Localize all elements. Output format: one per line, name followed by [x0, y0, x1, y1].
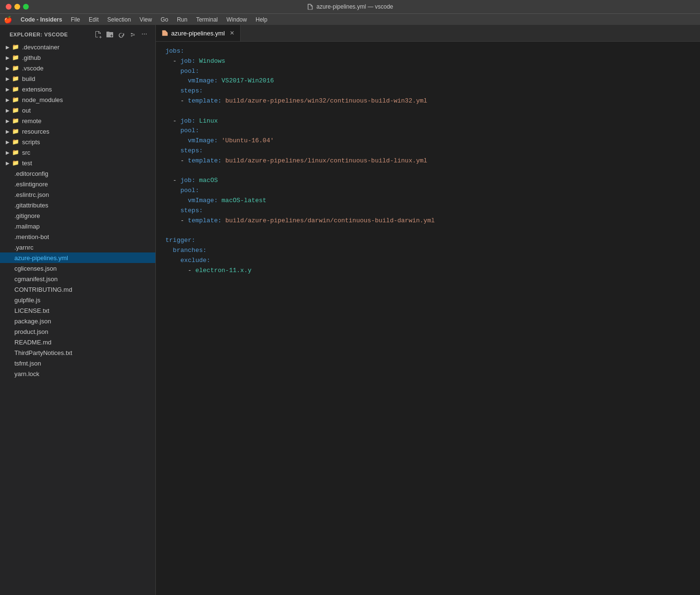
- chevron-icon: ▶: [4, 64, 12, 72]
- file-contributing[interactable]: CONTRIBUTING.md: [0, 284, 155, 295]
- file-tsfmt[interactable]: tsfmt.json: [0, 358, 155, 368]
- file-azure-pipelines[interactable]: azure-pipelines.yml: [0, 252, 155, 263]
- folder-scripts[interactable]: ▶ 📁 scripts: [0, 137, 155, 147]
- folder-icon: 📁: [12, 127, 19, 135]
- sidebar-title: EXPLORER: VSCODE: [10, 32, 68, 37]
- file-eslintrc[interactable]: .eslintrc.json: [0, 189, 155, 200]
- chevron-icon: ▶: [4, 106, 12, 114]
- file-gulpfile[interactable]: gulpfile.js: [0, 295, 155, 305]
- code-line: pool:: [156, 67, 700, 77]
- file-yarn-lock[interactable]: yarn.lock: [0, 368, 155, 379]
- tab-azure-pipelines[interactable]: azure-pipelines.yml ✕: [156, 25, 241, 41]
- menubar-app[interactable]: Code - Insiders: [17, 15, 66, 24]
- folder-build[interactable]: ▶ 📁 build: [0, 73, 155, 84]
- folder-out[interactable]: ▶ 📁 out: [0, 105, 155, 115]
- folder-test[interactable]: ▶ 📁 test: [0, 158, 155, 168]
- code-line: - template: build/azure-pipelines/darwin…: [156, 216, 700, 226]
- close-button[interactable]: [6, 4, 12, 10]
- sidebar-header: EXPLORER: VSCODE: [0, 25, 155, 42]
- file-cgmanifest[interactable]: cgmanifest.json: [0, 274, 155, 284]
- folder-icon: 📁: [12, 64, 19, 72]
- code-line: - template: build/azure-pipelines/win32/…: [156, 96, 700, 106]
- code-line: vmImage: macOS-latest: [156, 196, 700, 206]
- file-mention-bot[interactable]: .mention-bot: [0, 231, 155, 242]
- file-gitattributes[interactable]: .gitattributes: [0, 200, 155, 210]
- code-line: exclude:: [156, 256, 700, 266]
- code-line: steps:: [156, 146, 700, 156]
- code-line: pool:: [156, 186, 700, 196]
- file-icon: [307, 3, 314, 10]
- menubar-help[interactable]: Help: [252, 15, 271, 24]
- tab-label: azure-pipelines.yml: [171, 30, 225, 37]
- collapse-all-button[interactable]: [128, 29, 138, 40]
- folder-node-modules[interactable]: ▶ 📁 node_modules: [0, 94, 155, 105]
- folder-icon: 📁: [12, 43, 19, 51]
- folder-src[interactable]: ▶ 📁 src: [0, 147, 155, 158]
- menubar-run[interactable]: Run: [173, 15, 191, 24]
- menubar-view[interactable]: View: [136, 15, 156, 24]
- folder-resources[interactable]: ▶ 📁 resources: [0, 126, 155, 137]
- file-cglicenses[interactable]: cglicenses.json: [0, 263, 155, 274]
- menubar-selection[interactable]: Selection: [104, 15, 135, 24]
- folder-icon: 📁: [12, 96, 19, 103]
- apple-menu[interactable]: 🍎: [4, 16, 12, 23]
- folder-icon: 📁: [12, 85, 19, 93]
- minimize-button[interactable]: [14, 4, 20, 10]
- chevron-icon: ▶: [4, 96, 12, 103]
- folder-icon: 📁: [12, 106, 19, 114]
- refresh-button[interactable]: [116, 29, 127, 40]
- maximize-button[interactable]: [23, 4, 29, 10]
- chevron-icon: ▶: [4, 54, 12, 61]
- menubar-edit[interactable]: Edit: [85, 15, 103, 24]
- new-folder-button[interactable]: [105, 29, 115, 40]
- menubar: 🍎 Code - Insiders File Edit Selection Vi…: [0, 13, 700, 25]
- menubar-file[interactable]: File: [67, 15, 84, 24]
- code-line: - job: Windows: [156, 57, 700, 67]
- file-third-party-notices[interactable]: ThirdPartyNotices.txt: [0, 347, 155, 358]
- folder-icon: 📁: [12, 149, 19, 156]
- folder-github[interactable]: ▶ 📁 .github: [0, 52, 155, 63]
- code-line: pool:: [156, 126, 700, 136]
- file-eslintignore[interactable]: .eslintignore: [0, 179, 155, 189]
- code-line: [156, 106, 700, 116]
- sidebar: EXPLORER: VSCODE: [0, 25, 156, 595]
- file-editorconfig[interactable]: .editorconfig: [0, 168, 155, 179]
- main-container: EXPLORER: VSCODE: [0, 25, 700, 595]
- menubar-window[interactable]: Window: [222, 15, 251, 24]
- file-yarnrc[interactable]: .yarnrc: [0, 242, 155, 252]
- window-title: azure-pipelines.yml — vscode: [307, 3, 393, 10]
- file-mailmap[interactable]: .mailmap: [0, 221, 155, 231]
- folder-icon: 📁: [12, 75, 19, 82]
- code-line: branches:: [156, 246, 700, 256]
- code-line: - job: macOS: [156, 176, 700, 186]
- code-line: jobs:: [156, 46, 700, 57]
- code-line: - electron-11.x.y: [156, 266, 700, 276]
- folder-icon: 📁: [12, 138, 19, 146]
- close-tab-icon[interactable]: ✕: [230, 30, 234, 36]
- code-line: - job: Linux: [156, 116, 700, 126]
- code-editor[interactable]: jobs: - job: Windows pool: vmImage: VS20…: [156, 42, 700, 595]
- folder-icon: 📁: [12, 159, 19, 167]
- new-file-button[interactable]: [93, 29, 104, 40]
- chevron-icon: ▶: [4, 85, 12, 93]
- folder-extensions[interactable]: ▶ 📁 extensions: [0, 84, 155, 94]
- file-package-json[interactable]: package.json: [0, 316, 155, 326]
- chevron-icon: ▶: [4, 75, 12, 82]
- folder-devcontainer[interactable]: ▶ 📁 .devcontainer: [0, 42, 155, 52]
- file-tree: ▶ 📁 .devcontainer ▶ 📁 .github ▶ 📁 .vscod…: [0, 42, 155, 595]
- file-license[interactable]: LICENSE.txt: [0, 305, 155, 316]
- folder-remote[interactable]: ▶ 📁 remote: [0, 115, 155, 126]
- folder-icon: 📁: [12, 54, 19, 61]
- folder-vscode[interactable]: ▶ 📁 .vscode: [0, 63, 155, 73]
- file-product-json[interactable]: product.json: [0, 326, 155, 337]
- menubar-terminal[interactable]: Terminal: [192, 15, 222, 24]
- chevron-icon: ▶: [4, 138, 12, 146]
- folder-icon: 📁: [12, 117, 19, 125]
- chevron-icon: ▶: [4, 159, 12, 167]
- menubar-go[interactable]: Go: [157, 15, 172, 24]
- tab-bar: azure-pipelines.yml ✕: [156, 25, 700, 42]
- file-readme[interactable]: README.md: [0, 337, 155, 347]
- more-actions-button[interactable]: [139, 29, 150, 40]
- code-line: steps:: [156, 86, 700, 96]
- file-gitignore[interactable]: .gitignore: [0, 210, 155, 221]
